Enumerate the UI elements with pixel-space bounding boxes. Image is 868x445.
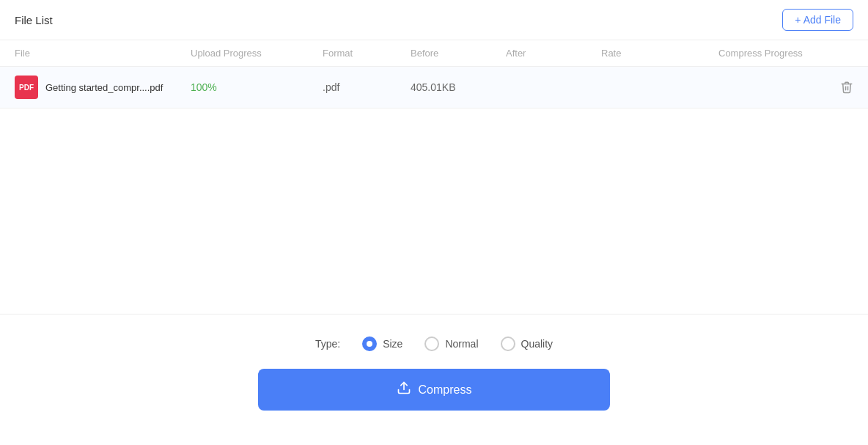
col-before: Before	[411, 48, 506, 59]
table-row: PDF Getting started_compr....pdf 100% .p…	[0, 67, 868, 109]
col-upload-progress: Upload Progress	[191, 48, 323, 59]
file-table: File Upload Progress Format Before After…	[0, 40, 868, 109]
type-options-row: Type: Size Normal Quality	[315, 336, 553, 351]
before-value: 405.01KB	[411, 81, 506, 93]
compress-button[interactable]: Compress	[258, 369, 610, 411]
bottom-section: Type: Size Normal Quality Compress	[0, 315, 868, 425]
option-normal[interactable]: Normal	[424, 336, 478, 351]
option-normal-label: Normal	[445, 338, 478, 350]
compress-icon	[397, 380, 411, 399]
upload-progress-value: 100%	[191, 81, 323, 93]
option-size-label: Size	[383, 338, 402, 350]
option-quality-label: Quality	[521, 338, 553, 350]
radio-size-icon	[362, 336, 377, 351]
format-value: .pdf	[323, 81, 411, 93]
app-header: File List + Add File	[0, 0, 868, 40]
col-compress-progress: Compress Progress	[718, 48, 853, 59]
radio-quality-icon	[501, 336, 515, 351]
col-rate: Rate	[601, 48, 718, 59]
table-header-row: File Upload Progress Format Before After…	[0, 40, 868, 67]
option-quality[interactable]: Quality	[501, 336, 553, 351]
compress-button-label: Compress	[419, 383, 472, 397]
col-after: After	[506, 48, 601, 59]
option-size[interactable]: Size	[362, 336, 402, 351]
page-title: File List	[15, 14, 53, 26]
col-file: File	[15, 48, 191, 59]
file-name: Getting started_compr....pdf	[45, 82, 163, 93]
row-actions	[718, 81, 853, 94]
delete-button[interactable]	[718, 81, 853, 94]
pdf-icon: PDF	[15, 76, 38, 99]
file-cell: PDF Getting started_compr....pdf	[15, 76, 191, 99]
add-file-button[interactable]: + Add File	[782, 9, 853, 31]
col-format: Format	[323, 48, 411, 59]
radio-normal-icon	[424, 336, 439, 351]
type-label: Type:	[315, 338, 340, 350]
